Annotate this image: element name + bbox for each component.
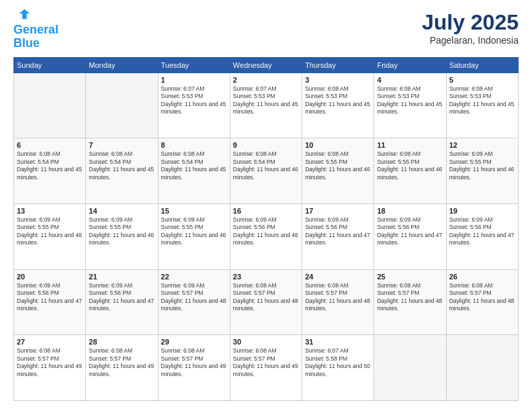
day-number: 16: [233, 207, 299, 215]
table-row: 5Sunrise: 6:08 AMSunset: 5:53 PMDaylight…: [446, 73, 518, 138]
day-number: 26: [449, 273, 515, 281]
day-number: 3: [305, 76, 371, 84]
day-number: 5: [449, 76, 515, 84]
day-number: 30: [233, 338, 299, 346]
day-number: 1: [161, 76, 227, 84]
logo-general: General: [13, 23, 58, 36]
day-info: Sunrise: 6:09 AMSunset: 5:56 PMDaylight:…: [17, 282, 83, 313]
day-number: 15: [161, 207, 227, 215]
day-number: 4: [377, 76, 443, 84]
day-number: 12: [449, 141, 515, 149]
day-number: 7: [89, 141, 154, 149]
table-row: 13Sunrise: 6:09 AMSunset: 5:55 PMDayligh…: [14, 203, 86, 269]
day-number: 22: [161, 273, 227, 281]
table-row: 8Sunrise: 6:08 AMSunset: 5:54 PMDaylight…: [158, 138, 230, 204]
col-friday: Friday: [374, 57, 446, 73]
title-section: July 2025 Pagelaran, Indonesia: [422, 10, 519, 46]
table-row: 22Sunrise: 6:09 AMSunset: 5:57 PMDayligh…: [158, 269, 230, 335]
day-info: Sunrise: 6:08 AMSunset: 5:54 PMDaylight:…: [17, 150, 83, 181]
col-tuesday: Tuesday: [158, 57, 230, 73]
table-row: 3Sunrise: 6:08 AMSunset: 5:53 PMDaylight…: [302, 73, 374, 138]
table-row: [374, 335, 446, 401]
table-row: 27Sunrise: 6:08 AMSunset: 5:57 PMDayligh…: [14, 335, 86, 401]
col-sunday: Sunday: [14, 57, 86, 73]
day-info: Sunrise: 6:08 AMSunset: 5:57 PMDaylight:…: [17, 347, 83, 378]
col-monday: Monday: [86, 57, 158, 73]
table-row: 18Sunrise: 6:09 AMSunset: 5:56 PMDayligh…: [374, 203, 446, 269]
day-info: Sunrise: 6:09 AMSunset: 5:56 PMDaylight:…: [377, 216, 443, 247]
col-thursday: Thursday: [302, 57, 374, 73]
table-row: 14Sunrise: 6:09 AMSunset: 5:55 PMDayligh…: [86, 203, 158, 269]
day-info: Sunrise: 6:09 AMSunset: 5:56 PMDaylight:…: [233, 216, 299, 247]
calendar-table: Sunday Monday Tuesday Wednesday Thursday…: [13, 57, 519, 401]
table-row: 19Sunrise: 6:09 AMSunset: 5:56 PMDayligh…: [446, 203, 518, 269]
table-row: 26Sunrise: 6:08 AMSunset: 5:57 PMDayligh…: [446, 269, 518, 335]
day-info: Sunrise: 6:08 AMSunset: 5:53 PMDaylight:…: [449, 85, 515, 116]
table-row: 17Sunrise: 6:09 AMSunset: 5:56 PMDayligh…: [302, 203, 374, 269]
table-row: 2Sunrise: 6:07 AMSunset: 5:53 PMDaylight…: [230, 73, 302, 138]
day-number: 19: [449, 207, 515, 215]
day-number: 9: [233, 141, 299, 149]
day-info: Sunrise: 6:07 AMSunset: 5:53 PMDaylight:…: [233, 85, 299, 116]
table-row: 7Sunrise: 6:08 AMSunset: 5:54 PMDaylight…: [86, 138, 158, 204]
col-wednesday: Wednesday: [230, 57, 302, 73]
day-info: Sunrise: 6:09 AMSunset: 5:56 PMDaylight:…: [89, 282, 154, 313]
table-row: 12Sunrise: 6:09 AMSunset: 5:55 PMDayligh…: [446, 138, 518, 204]
header: General Blue July 2025 Pagelaran, Indone…: [13, 10, 519, 50]
table-row: 4Sunrise: 6:08 AMSunset: 5:53 PMDaylight…: [374, 73, 446, 138]
logo-icon: [15, 7, 31, 21]
day-info: Sunrise: 6:09 AMSunset: 5:57 PMDaylight:…: [161, 282, 227, 313]
table-row: 23Sunrise: 6:08 AMSunset: 5:57 PMDayligh…: [230, 269, 302, 335]
day-info: Sunrise: 6:07 AMSunset: 5:58 PMDaylight:…: [305, 347, 371, 378]
day-number: 14: [89, 207, 154, 215]
day-info: Sunrise: 6:08 AMSunset: 5:53 PMDaylight:…: [305, 85, 371, 116]
day-info: Sunrise: 6:08 AMSunset: 5:57 PMDaylight:…: [305, 282, 371, 313]
table-row: 30Sunrise: 6:08 AMSunset: 5:57 PMDayligh…: [230, 335, 302, 401]
calendar-header-row: Sunday Monday Tuesday Wednesday Thursday…: [14, 57, 519, 73]
location: Pagelaran, Indonesia: [422, 35, 519, 46]
day-number: 27: [17, 338, 83, 346]
day-info: Sunrise: 6:08 AMSunset: 5:57 PMDaylight:…: [233, 347, 299, 378]
table-row: 15Sunrise: 6:09 AMSunset: 5:55 PMDayligh…: [158, 203, 230, 269]
svg-marker-0: [19, 9, 30, 19]
day-info: Sunrise: 6:09 AMSunset: 5:56 PMDaylight:…: [449, 216, 515, 247]
table-row: 20Sunrise: 6:09 AMSunset: 5:56 PMDayligh…: [14, 269, 86, 335]
day-number: 24: [305, 273, 371, 281]
day-info: Sunrise: 6:08 AMSunset: 5:54 PMDaylight:…: [89, 150, 154, 181]
table-row: [86, 73, 158, 138]
day-number: 18: [377, 207, 443, 215]
table-row: 11Sunrise: 6:08 AMSunset: 5:55 PMDayligh…: [374, 138, 446, 204]
calendar-week-row: 13Sunrise: 6:09 AMSunset: 5:55 PMDayligh…: [14, 203, 519, 269]
table-row: 31Sunrise: 6:07 AMSunset: 5:58 PMDayligh…: [302, 335, 374, 401]
table-row: 21Sunrise: 6:09 AMSunset: 5:56 PMDayligh…: [86, 269, 158, 335]
day-number: 20: [17, 273, 83, 281]
day-number: 25: [377, 273, 443, 281]
table-row: 29Sunrise: 6:08 AMSunset: 5:57 PMDayligh…: [158, 335, 230, 401]
day-info: Sunrise: 6:09 AMSunset: 5:55 PMDaylight:…: [89, 216, 154, 247]
day-number: 10: [305, 141, 371, 149]
table-row: 10Sunrise: 6:08 AMSunset: 5:55 PMDayligh…: [302, 138, 374, 204]
page: General Blue July 2025 Pagelaran, Indone…: [0, 0, 532, 411]
day-number: 8: [161, 141, 227, 149]
day-info: Sunrise: 6:08 AMSunset: 5:54 PMDaylight:…: [233, 150, 299, 181]
table-row: 24Sunrise: 6:08 AMSunset: 5:57 PMDayligh…: [302, 269, 374, 335]
day-info: Sunrise: 6:07 AMSunset: 5:53 PMDaylight:…: [161, 85, 227, 116]
day-info: Sunrise: 6:09 AMSunset: 5:55 PMDaylight:…: [161, 216, 227, 247]
day-number: 23: [233, 273, 299, 281]
day-info: Sunrise: 6:08 AMSunset: 5:57 PMDaylight:…: [89, 347, 154, 378]
day-number: 2: [233, 76, 299, 84]
day-info: Sunrise: 6:09 AMSunset: 5:55 PMDaylight:…: [449, 150, 515, 181]
col-saturday: Saturday: [446, 57, 518, 73]
day-number: 13: [17, 207, 83, 215]
day-number: 11: [377, 141, 443, 149]
calendar-week-row: 1Sunrise: 6:07 AMSunset: 5:53 PMDaylight…: [14, 73, 519, 138]
day-info: Sunrise: 6:08 AMSunset: 5:55 PMDaylight:…: [305, 150, 371, 181]
table-row: 16Sunrise: 6:09 AMSunset: 5:56 PMDayligh…: [230, 203, 302, 269]
day-info: Sunrise: 6:08 AMSunset: 5:57 PMDaylight:…: [233, 282, 299, 313]
day-number: 31: [305, 338, 371, 346]
day-number: 21: [89, 273, 154, 281]
table-row: [14, 73, 86, 138]
table-row: 6Sunrise: 6:08 AMSunset: 5:54 PMDaylight…: [14, 138, 86, 204]
table-row: 1Sunrise: 6:07 AMSunset: 5:53 PMDaylight…: [158, 73, 230, 138]
calendar-week-row: 27Sunrise: 6:08 AMSunset: 5:57 PMDayligh…: [14, 335, 519, 401]
